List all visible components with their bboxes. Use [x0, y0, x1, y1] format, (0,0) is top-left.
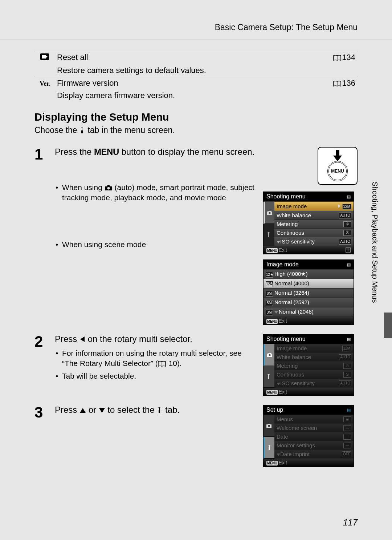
- step-2-bullet-1: For information on using the rotary mult…: [55, 348, 257, 369]
- list-item: Image mode12M: [274, 344, 354, 353]
- firmware-page-ref: 136: [318, 77, 358, 90]
- down-arrow-icon: [331, 150, 344, 164]
- down-triangle-icon: [99, 405, 105, 415]
- step-1-bullet-2: When using scene mode: [55, 239, 257, 250]
- svg-point-4: [107, 187, 110, 190]
- camera-icon: [105, 185, 113, 191]
- list-item: 12MNormal (4000): [264, 279, 354, 289]
- list-item: 3MNormal (2048): [264, 307, 354, 317]
- menu-button-circle: MENU: [327, 161, 348, 181]
- left-triangle-icon: [79, 334, 85, 344]
- reset-icon: [40, 53, 50, 61]
- page-header: Basic Camera Setup: The Setup Menu: [215, 23, 358, 32]
- list-item: Metering⦾: [274, 362, 354, 370]
- section-heading: Displaying the Setup Menu: [34, 111, 358, 123]
- list-item: Image mode 12M: [274, 202, 354, 211]
- list-item: ISO sensitivityAUTO: [274, 379, 354, 388]
- menu-button-graphic: MENU: [318, 147, 358, 185]
- setup-screen: Set up▤ Menus≣ Welcome screen— Date— Mon…: [263, 405, 354, 467]
- step-number: 2: [34, 334, 48, 349]
- list-item: ISO sensitivityAUTO: [274, 237, 354, 246]
- tab-wrench-icon: [264, 366, 274, 388]
- step-3: 3 Press or to select the tab. Set up▤ Me…: [34, 405, 358, 472]
- shooting-menu-screen-dim: Shooting menu▤ Image mode12M White balan…: [263, 334, 354, 396]
- list-item: ContinuousS: [274, 229, 354, 237]
- step-1-bullet-1: When using (auto) mode, smart portrait m…: [55, 182, 257, 203]
- svg-rect-1: [42, 55, 46, 59]
- firmware-label: Firmware version: [55, 77, 318, 90]
- book-icon: [333, 81, 341, 87]
- up-triangle-icon: [79, 405, 86, 415]
- svg-point-9: [268, 425, 270, 427]
- step-3-title: Press or to select the tab.: [55, 405, 257, 415]
- wrench-icon: [79, 127, 85, 134]
- settings-table: Reset all 134 Restore camera settings to…: [34, 51, 358, 102]
- side-label: Shooting, Playback and Setup Menus: [371, 182, 379, 303]
- step-2-title: Press on the rotary multi selector.: [55, 334, 257, 344]
- svg-point-8: [269, 354, 270, 356]
- list-item: 8MNormal (3264): [264, 289, 354, 298]
- side-thumb-tab: [384, 313, 392, 338]
- section-intro: Choose the tab in the menu screen.: [34, 125, 358, 135]
- step-2: 2 Press on the rotary multi selector. Fo…: [34, 334, 358, 401]
- svg-point-6: [269, 212, 270, 214]
- step-2-bullet-2: Tab will be selectable.: [55, 371, 257, 381]
- page-number: 117: [343, 517, 358, 528]
- shooting-menu-screen: Shooting menu▤ Image mode 12M White bala…: [263, 192, 354, 254]
- list-item: Menus≣: [274, 415, 354, 424]
- list-item: Welcome screen—: [274, 424, 354, 432]
- book-icon: [333, 55, 341, 61]
- tab-camera-icon: [264, 344, 274, 366]
- list-item: White balanceAUTO: [274, 353, 354, 362]
- tab-wrench-icon: [264, 224, 274, 246]
- list-item: Date imprintOFF: [274, 450, 354, 459]
- step-number: 3: [34, 405, 48, 420]
- reset-all-page-ref: 134: [318, 51, 358, 65]
- step-1: 1 Press the MENU button to display the m…: [34, 147, 358, 330]
- step-1-title: Press the MENU button to display the men…: [55, 147, 257, 157]
- version-icon: Ver.: [40, 80, 50, 88]
- list-item: Monitor settings—: [274, 441, 354, 450]
- list-item: White balanceAUTO: [274, 211, 354, 220]
- wrench-icon: [157, 407, 163, 414]
- list-item: Metering⦾: [274, 220, 354, 229]
- tab-camera-icon: [264, 202, 274, 224]
- image-mode-screen: Image mode▤ 12★High (4000★) 12MNormal (4…: [263, 259, 354, 325]
- list-item: ContinuousS: [274, 370, 354, 379]
- firmware-desc: Display camera firmware version.: [55, 89, 358, 102]
- tab-wrench-icon: [264, 437, 274, 459]
- reset-all-label: Reset all: [55, 51, 318, 65]
- svg-rect-5: [336, 150, 339, 156]
- list-item: Date—: [274, 432, 354, 441]
- list-item: 5MNormal (2592): [264, 298, 354, 307]
- book-icon: [158, 361, 166, 367]
- reset-all-desc: Restore camera settings to default value…: [55, 64, 358, 77]
- tab-camera-icon: [264, 415, 274, 437]
- list-item: 12★High (4000★): [264, 270, 354, 279]
- step-number: 1: [34, 147, 48, 162]
